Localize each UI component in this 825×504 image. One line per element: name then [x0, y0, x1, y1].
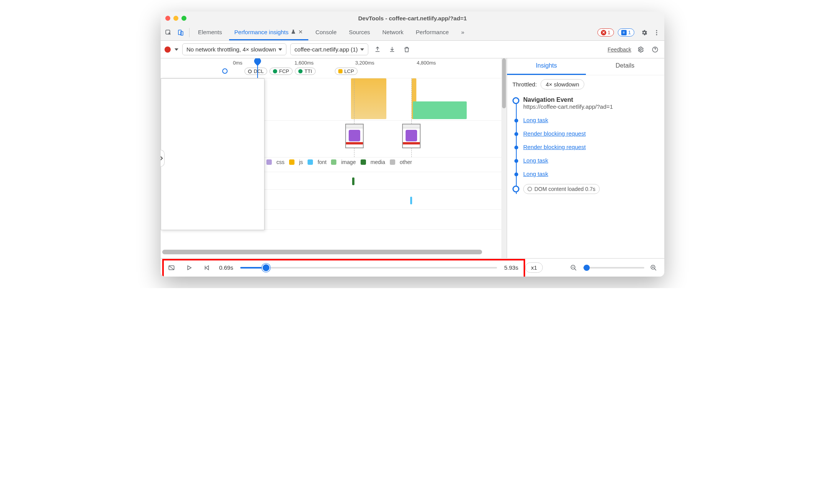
insight-link-long-task[interactable]: Long task	[523, 157, 548, 164]
playback-slider[interactable]	[240, 267, 497, 269]
tab-performance-insights[interactable]: Performance insights ✕	[229, 25, 309, 40]
insight-link-long-task[interactable]: Long task	[523, 171, 548, 177]
settings-icon[interactable]	[639, 27, 650, 38]
window-titlebar: DevTools - coffee-cart.netlify.app/?ad=1	[161, 12, 664, 25]
more-icon[interactable]	[651, 27, 662, 38]
zoom-slider[interactable]	[583, 267, 644, 269]
zoom-out-icon[interactable]	[568, 262, 579, 273]
horizontal-scrollbar[interactable]	[162, 250, 499, 254]
navigation-event-title: Navigation Event	[523, 96, 659, 103]
filmstrip-thumb[interactable]	[402, 124, 421, 148]
timeline-area[interactable]: 0ms 1,600ms 3,200ms 4,800ms DCL FCP TTI …	[161, 58, 507, 258]
layout-block[interactable]	[351, 78, 386, 119]
tab-sources[interactable]: Sources	[343, 25, 375, 40]
marker-tti[interactable]: TTI	[295, 68, 316, 75]
resource-legend: css js font image media other	[266, 159, 412, 165]
inspect-element-icon[interactable]	[163, 27, 174, 38]
close-tab-icon[interactable]: ✕	[298, 29, 303, 35]
marker-lcp[interactable]: LCP	[335, 68, 358, 75]
tab-elements[interactable]: Elements	[193, 25, 228, 40]
playhead[interactable]	[257, 58, 258, 78]
throttling-select[interactable]: No network throttling, 4× slowdown	[182, 43, 286, 55]
insights-sidepanel: Insights Details Throttled: 4× slowdown …	[507, 58, 664, 258]
svg-point-3	[656, 30, 657, 31]
throttled-label: Throttled:	[512, 81, 537, 88]
svg-point-4	[656, 32, 657, 33]
panel-settings-icon[interactable]	[635, 44, 646, 55]
feedback-link[interactable]: Feedback	[608, 46, 631, 53]
playback-end-time: 5.93s	[504, 264, 518, 271]
marker-fcp[interactable]: FCP	[269, 68, 293, 75]
window-zoom-button[interactable]	[181, 16, 186, 21]
filmstrip-preview-popup	[161, 78, 264, 230]
dom-content-loaded-pill[interactable]: DOM content loaded 0.7s	[523, 184, 600, 194]
side-tab-details[interactable]: Details	[586, 58, 665, 75]
tab-console[interactable]: Console	[310, 25, 342, 40]
time-tick: 3,200ms	[355, 60, 374, 66]
page-select[interactable]: coffee-cart.netlify.app (1)	[290, 43, 368, 55]
request-block[interactable]	[352, 177, 354, 185]
record-menu-caret[interactable]	[175, 48, 178, 51]
request-block[interactable]	[410, 197, 412, 204]
marker-dcl[interactable]: DCL	[245, 68, 267, 75]
export-icon[interactable]	[372, 44, 383, 55]
insight-link-render-block[interactable]: Render blocking request	[523, 144, 586, 150]
play-icon[interactable]	[184, 262, 195, 273]
insight-link-render-block[interactable]: Render blocking request	[523, 130, 586, 137]
time-tick: 1,600ms	[294, 60, 314, 66]
layout-block[interactable]	[413, 101, 467, 119]
record-button[interactable]	[165, 46, 171, 53]
toggle-visual-preview-icon[interactable]	[166, 262, 177, 273]
svg-point-5	[656, 34, 657, 35]
throttled-value: 4× slowdown	[541, 79, 584, 90]
window-minimize-button[interactable]	[173, 16, 178, 21]
svg-point-6	[640, 48, 642, 50]
timeline-bullet-dom	[512, 186, 519, 192]
flask-icon	[291, 29, 296, 35]
tab-network[interactable]: Network	[377, 25, 409, 40]
vertical-scrollbar[interactable]	[501, 58, 507, 258]
insight-link-long-task[interactable]: Long task	[523, 117, 548, 123]
delete-icon[interactable]	[401, 44, 412, 55]
time-tick: 0ms	[233, 60, 243, 66]
help-icon[interactable]	[650, 44, 660, 55]
frame-line	[411, 78, 412, 120]
rewind-icon[interactable]	[201, 262, 212, 273]
playback-footer: 0.69s 5.93s x1	[161, 258, 664, 277]
insights-toolbar: No network throttling, 4× slowdown coffe…	[161, 41, 664, 58]
nav-start-marker	[222, 68, 228, 74]
tab-overflow[interactable]: »	[456, 25, 469, 40]
timeline-bullet	[514, 119, 518, 123]
device-toolbar-icon[interactable]	[175, 27, 186, 38]
frame-line	[354, 78, 354, 120]
zoom-in-icon[interactable]	[648, 262, 659, 273]
messages-badge[interactable]: ≡1	[618, 28, 634, 36]
window-title: DevTools - coffee-cart.netlify.app/?ad=1	[161, 15, 664, 22]
tab-performance[interactable]: Performance	[411, 25, 454, 40]
filmstrip-thumb[interactable]	[345, 124, 364, 148]
playback-speed[interactable]: x1	[525, 262, 543, 273]
window-close-button[interactable]	[165, 16, 170, 21]
side-tab-insights[interactable]: Insights	[507, 58, 586, 75]
import-icon[interactable]	[387, 44, 398, 55]
time-tick: 4,800ms	[417, 60, 436, 66]
devtools-tabbar: Elements Performance insights ✕ Console …	[161, 25, 664, 41]
timeline-bullet-nav	[512, 97, 519, 104]
playback-start-time: 0.69s	[219, 264, 233, 271]
errors-badge[interactable]: ✕1	[597, 28, 614, 36]
navigation-event-url: https://coffee-cart.netlify.app/?ad=1	[523, 103, 659, 110]
